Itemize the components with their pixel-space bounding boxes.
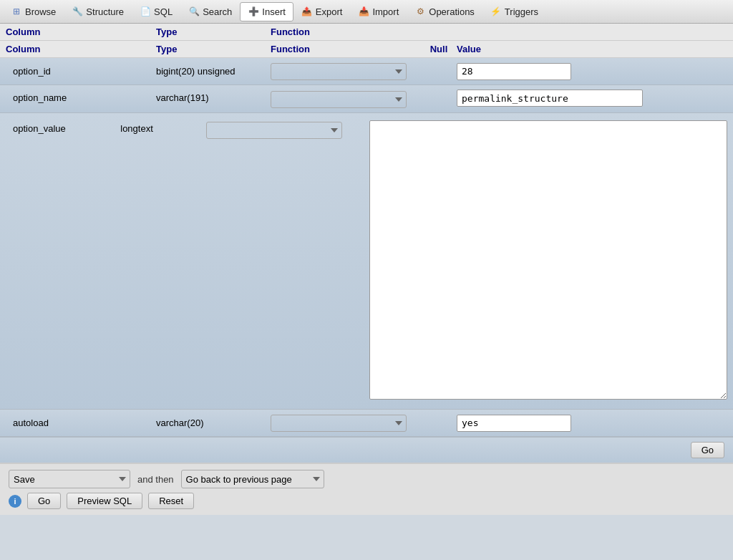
tab-browse-label: Browse (25, 6, 56, 17)
insert-icon: ➕ (248, 6, 259, 17)
option-value-name: option_value (6, 120, 120, 134)
tab-import-label: Import (372, 6, 399, 17)
after-action-select[interactable]: Go back to previous page (181, 470, 324, 488)
tab-search-label: Search (203, 6, 232, 17)
tab-operations[interactable]: ⚙ Operations (407, 2, 482, 21)
tab-triggers-label: Triggers (505, 6, 538, 17)
option-id-name: option_id (6, 66, 156, 77)
export-icon: 📤 (301, 6, 313, 17)
option-id-value-container (457, 63, 727, 80)
option-value-textarea[interactable] (369, 120, 727, 400)
col-header-type: Type (156, 26, 271, 37)
bottom-row-after-action: Save and then Go back to previous page (9, 470, 724, 488)
reset-button[interactable]: Reset (148, 493, 194, 509)
header-function: Function (271, 44, 421, 54)
go-button-row: Go (0, 437, 733, 463)
info-icon[interactable]: i (9, 495, 21, 508)
bottom-bar: Save and then Go back to previous page i… (0, 463, 733, 515)
row-option-name: option_name varchar(191) (0, 85, 733, 113)
option-value-function[interactable] (206, 122, 342, 139)
tab-search[interactable]: 🔍 Search (180, 2, 240, 21)
column-headers: Column Type Function Null Value (0, 41, 733, 58)
preview-sql-button[interactable]: Preview SQL (67, 493, 142, 509)
tab-insert-label: Insert (262, 6, 286, 17)
header-null: Null (421, 44, 457, 54)
autoload-function[interactable] (271, 415, 407, 432)
go-button-main[interactable]: Go (691, 442, 724, 458)
sql-icon: 📄 (140, 6, 151, 17)
row-option-value: option_value longtext (0, 113, 733, 410)
go-button-bottom[interactable]: Go (27, 493, 61, 509)
option-id-value-input[interactable] (457, 63, 571, 80)
option-id-type: bigint(20) unsigned (156, 66, 271, 77)
browse-icon: ⊞ (11, 6, 22, 17)
option-name-function[interactable] (271, 91, 407, 108)
tab-operations-label: Operations (429, 6, 475, 17)
tab-export-label: Export (316, 6, 343, 17)
triggers-icon: ⚡ (490, 6, 502, 17)
col-header-column: Column (6, 26, 156, 37)
tab-structure[interactable]: 🔧 Structure (64, 2, 132, 21)
tab-sql-label: SQL (154, 6, 173, 17)
tab-import[interactable]: 📥 Import (350, 2, 407, 21)
toolbar: ⊞ Browse 🔧 Structure 📄 SQL 🔍 Search ➕ In… (0, 0, 733, 24)
header-type: Type (156, 44, 271, 54)
search-icon: 🔍 (188, 6, 200, 17)
autoload-type: varchar(20) (156, 417, 271, 428)
option-name-type: varchar(191) (156, 90, 271, 103)
option-name-name: option_name (6, 90, 156, 103)
autoload-value-container (457, 415, 727, 432)
option-value-type: longtext (120, 120, 206, 134)
autoload-name: autoload (6, 417, 156, 428)
col-header-function: Function (271, 26, 421, 37)
tab-insert[interactable]: ➕ Insert (240, 2, 293, 21)
tab-sql[interactable]: 📄 SQL (132, 2, 180, 21)
row-autoload: autoload varchar(20) (0, 410, 733, 437)
autoload-value-input[interactable] (457, 415, 571, 432)
save-select[interactable]: Save (9, 470, 130, 488)
option-value-value-container (369, 120, 727, 402)
tab-structure-label: Structure (86, 6, 124, 17)
option-name-value-container (457, 90, 727, 107)
tab-triggers[interactable]: ⚡ Triggers (482, 2, 546, 21)
structure-icon: 🔧 (72, 6, 83, 17)
option-name-value-input[interactable] (457, 90, 643, 107)
header-column: Column (6, 44, 156, 54)
tab-export[interactable]: 📤 Export (293, 2, 351, 21)
form-area: option_id bigint(20) unsigned option_nam… (0, 58, 733, 463)
import-icon: 📥 (358, 6, 369, 17)
tab-browse[interactable]: ⊞ Browse (3, 2, 64, 21)
operations-icon: ⚙ (414, 6, 426, 17)
bottom-row-buttons: i Go Preview SQL Reset (9, 493, 724, 509)
and-then-label: and then (137, 474, 174, 485)
col-header-null (421, 26, 457, 37)
header-value: Value (457, 44, 727, 54)
option-id-function[interactable] (271, 63, 407, 80)
table-header: Column Type Function (0, 24, 733, 41)
row-option-id: option_id bigint(20) unsigned (0, 58, 733, 85)
